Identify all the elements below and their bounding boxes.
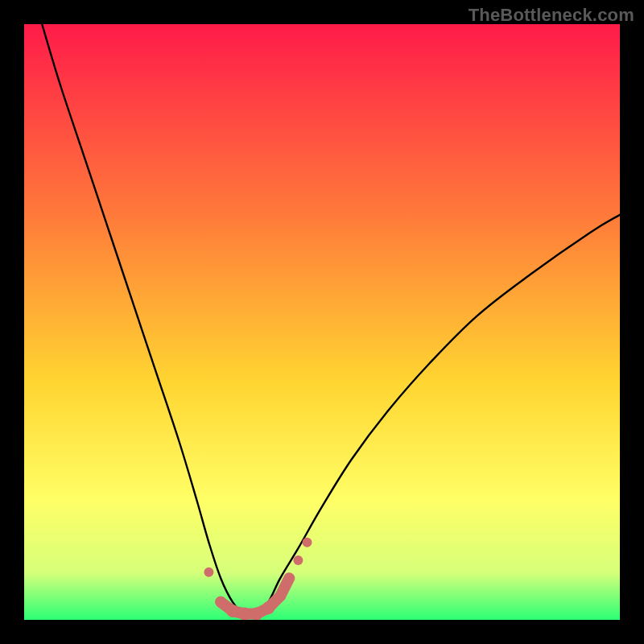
curve-marker: [215, 597, 226, 608]
curve-marker: [284, 573, 294, 583]
plot-area: [24, 24, 620, 620]
chart-frame: TheBottleneck.com: [0, 0, 644, 644]
gradient-background: [24, 24, 620, 620]
watermark-text: TheBottleneck.com: [469, 5, 634, 26]
curve-marker: [226, 605, 239, 617]
curve-marker: [303, 538, 312, 547]
curve-marker: [238, 608, 251, 620]
chart-svg: [24, 24, 620, 620]
curve-marker: [250, 608, 263, 620]
curve-marker: [204, 568, 213, 577]
curve-marker: [262, 601, 275, 614]
curve-marker: [293, 555, 303, 565]
curve-marker: [275, 590, 286, 601]
